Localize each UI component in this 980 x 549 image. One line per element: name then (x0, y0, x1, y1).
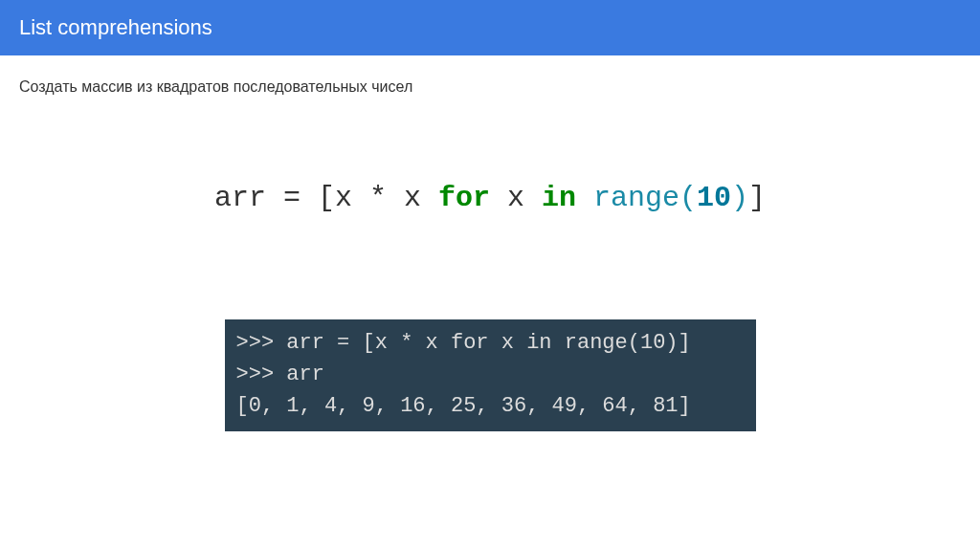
code-example: arr = [x * x for x in range(10)] (19, 182, 961, 214)
terminal-output: >>> arr = [x * x for x in range(10)] >>>… (225, 319, 756, 431)
code-space2 (576, 182, 593, 214)
code-lbracket: [ (318, 182, 335, 214)
code-expr2: x (507, 182, 542, 214)
code-rbracket: ] (748, 182, 766, 214)
slide-content: Создать массив из квадратов последовател… (0, 55, 980, 454)
terminal-line-1: >>> arr = [x * x for x in range(10)] (236, 327, 745, 359)
slide-header: List comprehensions (0, 0, 980, 55)
code-space1 (490, 182, 507, 214)
code-num: 10 (697, 182, 731, 214)
code-rparen: ) (731, 182, 748, 214)
code-expr1: x * x (335, 182, 438, 214)
code-lparen: ( (679, 182, 697, 214)
code-kw-in: in (542, 182, 576, 214)
slide-title: List comprehensions (19, 15, 212, 39)
code-fn: range (593, 182, 679, 214)
slide-subtitle: Создать массив из квадратов последовател… (19, 78, 961, 96)
terminal-line-2: >>> arr (236, 359, 745, 390)
code-var: arr (214, 182, 266, 214)
code-eq: = (266, 182, 318, 214)
terminal-line-3: [0, 1, 4, 9, 16, 25, 36, 49, 64, 81] (236, 390, 745, 422)
code-kw-for: for (438, 182, 490, 214)
